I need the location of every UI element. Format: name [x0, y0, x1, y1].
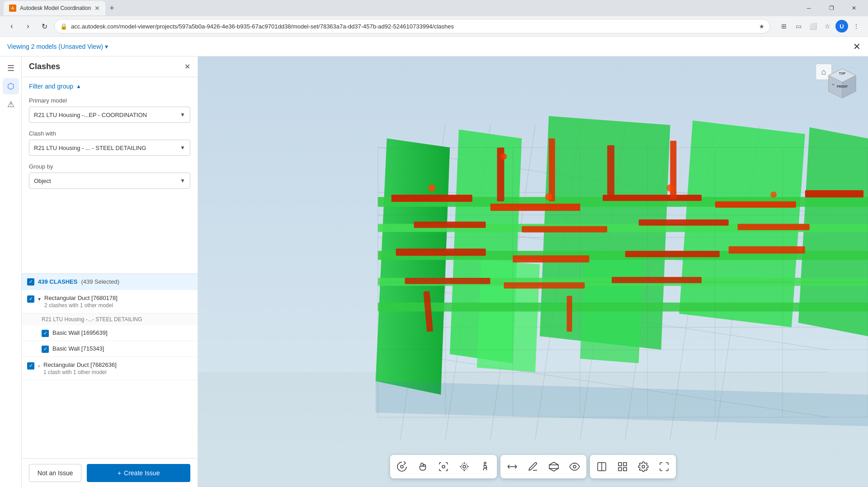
- group-by-select[interactable]: Object ▼: [29, 173, 190, 189]
- browser-tab-manager[interactable]: ⬜: [807, 20, 819, 33]
- sidebar-models-button[interactable]: ⬡: [3, 78, 19, 94]
- svg-rect-43: [625, 251, 720, 257]
- browser-extensions-button[interactable]: ⊞: [778, 20, 790, 33]
- minimize-button[interactable]: ─: [798, 0, 819, 16]
- clash-with-arrow-icon: ▼: [180, 145, 185, 151]
- walk-tool[interactable]: [475, 457, 495, 477]
- main-content: ☰ ⬡ ⚠ Clashes ✕ Filter and group ▲ Prima…: [0, 56, 868, 487]
- clashes-selected: (439 Selected): [81, 278, 119, 285]
- split-view-tool[interactable]: [592, 457, 612, 477]
- tab-favicon: A: [9, 5, 16, 12]
- svg-rect-36: [805, 190, 863, 197]
- clash-group-item-1[interactable]: ✓ ▾ Rectangular Duct [7680178] 2 clashes…: [22, 290, 198, 314]
- section-tool[interactable]: [544, 457, 564, 477]
- fit-to-view-tool[interactable]: [434, 457, 453, 477]
- toolbar-group-view: [390, 455, 497, 478]
- tab-close-button[interactable]: ✕: [94, 5, 100, 12]
- markup-tool[interactable]: [523, 457, 543, 477]
- panel-close-button[interactable]: ✕: [184, 62, 190, 71]
- panel-header: Clashes ✕: [22, 56, 198, 77]
- svg-rect-41: [396, 248, 486, 256]
- sub-item-basic-wall-2[interactable]: ✓ Basic Wall [715343]: [22, 341, 198, 357]
- svg-rect-40: [738, 224, 810, 230]
- create-issue-button[interactable]: + Create Issue: [87, 464, 190, 482]
- svg-rect-53: [567, 296, 572, 332]
- nav-cube[interactable]: TOP FRONT W: [822, 62, 863, 103]
- browser-cast-button[interactable]: ▭: [792, 20, 805, 33]
- svg-rect-45: [405, 278, 491, 284]
- svg-text:TOP: TOP: [839, 72, 846, 75]
- back-button[interactable]: ‹: [5, 20, 18, 33]
- clash-group-item-2[interactable]: ✓ › Rectangular Duct [7682636] 1 clash w…: [22, 357, 198, 380]
- svg-point-85: [484, 462, 486, 464]
- svg-rect-38: [522, 226, 607, 233]
- toolbar-group-measure: [500, 455, 586, 478]
- focus-tool[interactable]: [454, 457, 474, 477]
- svg-point-69: [500, 153, 507, 159]
- sub-item-1-checkbox[interactable]: ✓: [42, 330, 49, 337]
- clash-item-2-info: Rectangular Duct [7682636] 1 clash with …: [43, 361, 192, 375]
- pan-tool[interactable]: [413, 457, 433, 477]
- view-tool[interactable]: [565, 457, 585, 477]
- address-bar[interactable]: 🔒 acc.autodesk.com/model-viewer/projects…: [54, 19, 770, 33]
- svg-marker-20: [376, 139, 450, 395]
- browser-tab[interactable]: A Autodesk Model Coordination ✕: [4, 1, 105, 15]
- sub-item-2-checkbox[interactable]: ✓: [42, 346, 49, 353]
- forward-button[interactable]: ›: [22, 20, 34, 33]
- browser-toolbar: ⊞ ▭ ⬜ ☆ U ⋮: [778, 20, 863, 33]
- svg-rect-93: [618, 463, 622, 466]
- sub-group-label-1: R21 LTU Housing -...- STEEL DETAILING: [22, 314, 198, 325]
- sidebar-warning-button[interactable]: ⚠: [3, 96, 19, 112]
- bottom-toolbar: [390, 455, 676, 478]
- svg-rect-33: [491, 204, 580, 211]
- create-issue-icon: +: [118, 469, 121, 477]
- svg-point-65: [428, 184, 435, 192]
- filter-group-toggle[interactable]: Filter and group ▲: [29, 83, 190, 90]
- measure-tool[interactable]: [502, 457, 522, 477]
- clash-item-2-checkbox[interactable]: ✓: [27, 362, 34, 370]
- svg-marker-25: [477, 260, 540, 372]
- close-button[interactable]: ✕: [844, 0, 864, 16]
- viewing-models-chevron: ▾: [105, 43, 108, 50]
- refresh-button[interactable]: ↻: [38, 20, 51, 33]
- not-issue-button[interactable]: Not an Issue: [29, 464, 81, 482]
- svg-point-66: [545, 193, 552, 201]
- url-text: acc.autodesk.com/model-viewer/projects/5…: [71, 23, 755, 30]
- maximize-button[interactable]: ❐: [821, 0, 842, 16]
- svg-rect-31: [378, 303, 868, 312]
- toolbar-group-settings: [590, 455, 676, 478]
- browser-bookmarks[interactable]: ☆: [821, 20, 834, 33]
- viewing-models-button[interactable]: Viewing 2 models (Unsaved View) ▾: [7, 43, 108, 50]
- view-list-tool[interactable]: [613, 457, 632, 477]
- clash-item-1-checkbox[interactable]: ✓: [27, 295, 34, 303]
- viewport-3d[interactable]: ⌂ TOP FRONT W: [198, 56, 868, 487]
- svg-rect-46: [504, 282, 585, 289]
- sidebar-nav-button[interactable]: ☰: [3, 60, 19, 76]
- clash-item-2-subtitle: 1 clash with 1 other model: [43, 369, 192, 375]
- svg-point-79: [463, 465, 466, 468]
- svg-rect-32: [392, 195, 472, 202]
- orbit-tool[interactable]: [392, 457, 412, 477]
- address-bar-row: ‹ › ↻ 🔒 acc.autodesk.com/model-viewer/pr…: [0, 16, 868, 36]
- clash-with-select[interactable]: R21 LTU Housing - ... - STEEL DETAILING …: [29, 140, 190, 156]
- create-issue-label: Create Issue: [124, 469, 160, 477]
- app-close-button[interactable]: ✕: [853, 41, 861, 52]
- svg-rect-37: [414, 222, 486, 228]
- svg-marker-86: [549, 462, 558, 471]
- clash-with-group: Clash with R21 LTU Housing - ... - STEEL…: [29, 130, 190, 156]
- new-tab-button[interactable]: +: [105, 2, 118, 14]
- clash-item-1-expand-icon[interactable]: ▾: [38, 296, 41, 302]
- svg-point-78: [442, 465, 445, 468]
- settings-tool[interactable]: [633, 457, 653, 477]
- select-all-checkbox[interactable]: ✓: [27, 278, 34, 286]
- clash-item-1-subtitle: 2 clashes with 1 other model: [44, 302, 192, 309]
- fullscreen-tool[interactable]: [654, 457, 674, 477]
- panel-body: Filter and group ▲ Primary model R21 LTU…: [22, 77, 198, 273]
- svg-rect-34: [603, 195, 702, 201]
- clash-item-2-expand-icon[interactable]: ›: [38, 363, 40, 369]
- clashes-list-header[interactable]: ✓ 439 CLASHES (439 Selected): [22, 273, 198, 290]
- browser-menu[interactable]: ⋮: [850, 20, 863, 33]
- sub-item-basic-wall-1[interactable]: ✓ Basic Wall [1695639]: [22, 325, 198, 341]
- browser-profile[interactable]: U: [835, 20, 848, 33]
- primary-model-select[interactable]: R21 LTU Housing -...EP - COORDINATION ▼: [29, 107, 190, 123]
